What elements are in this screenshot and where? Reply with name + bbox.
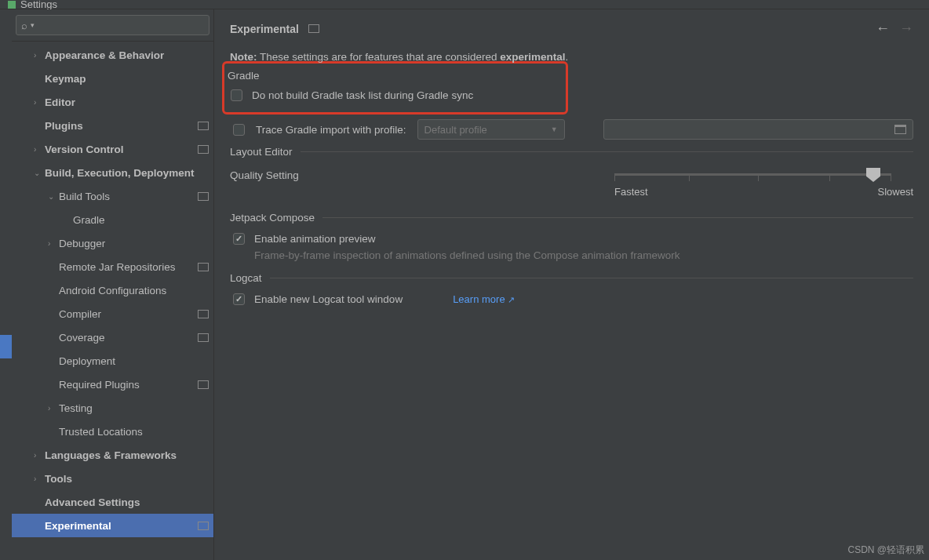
external-link-icon: ↗	[508, 295, 515, 304]
breadcrumb: Experimental ← →	[230, 20, 913, 37]
chevron-down-icon[interactable]: ⌄	[34, 169, 45, 177]
jetpack-anim-checkbox[interactable]	[233, 233, 245, 245]
gradle-tasklist-label: Do not build Gradle task list during Gra…	[252, 89, 473, 101]
search-dropdown-icon[interactable]: ▾	[31, 21, 35, 29]
highlight-box: Gradle Do not build Gradle task list dur…	[222, 61, 568, 115]
quality-slider[interactable]	[614, 167, 913, 183]
sidebar-item-compiler[interactable]: Compiler	[12, 302, 213, 325]
sidebar-item-label: Android Configurations	[59, 285, 209, 296]
sidebar-item-label: Trusted Locations	[59, 426, 209, 438]
chevron-right-icon[interactable]: ›	[34, 98, 45, 107]
section-gradle: Gradle	[228, 70, 563, 82]
sidebar-item-label: Coverage	[59, 332, 195, 344]
sidebar-item-deployment[interactable]: Deployment	[12, 349, 213, 373]
sidebar-item-gradle[interactable]: Gradle	[12, 208, 213, 231]
sidebar-item-build-execution-deployment[interactable]: ⌄Build, Execution, Deployment	[12, 161, 213, 184]
project-scope-icon	[198, 522, 209, 530]
titlebar: Settings	[0, 0, 929, 9]
search-icon: ⌕	[21, 20, 27, 31]
project-scope-icon	[198, 333, 209, 342]
page-title: Experimental	[230, 23, 299, 35]
quality-label: Quality Setting	[230, 169, 599, 181]
settings-tree: ›Appearance & BehaviorKeymap›EditorPlugi…	[12, 42, 213, 560]
folder-icon[interactable]	[894, 125, 906, 134]
sidebar-item-label: Debugger	[59, 238, 209, 249]
sidebar-item-label: Required Plugins	[59, 379, 195, 391]
sidebar-item-label: Testing	[59, 402, 209, 414]
sidebar-item-editor[interactable]: ›Editor	[12, 90, 213, 114]
gutter-tab[interactable]	[0, 335, 12, 358]
jetpack-anim-label: Enable animation preview	[254, 233, 376, 245]
sidebar-item-label: Advanced Settings	[45, 496, 209, 508]
project-scope-icon	[198, 380, 209, 389]
sidebar-item-appearance-behavior[interactable]: ›Appearance & Behavior	[12, 43, 213, 67]
sidebar-item-label: Gradle	[73, 214, 209, 226]
profile-combo[interactable]: Default profile ▼	[417, 119, 565, 140]
chevron-right-icon[interactable]: ›	[34, 451, 45, 460]
sidebar-item-version-control[interactable]: ›Version Control	[12, 137, 213, 161]
jetpack-anim-hint: Frame-by-frame inspection of animations …	[254, 249, 680, 261]
sidebar-item-languages-frameworks[interactable]: ›Languages & Frameworks	[12, 443, 213, 467]
app-icon	[8, 1, 16, 9]
section-logcat: Logcat	[230, 272, 913, 284]
note-text: Note: These settings are for features th…	[230, 51, 913, 63]
sidebar-item-required-plugins[interactable]: Required Plugins	[12, 373, 213, 396]
sidebar-item-debugger[interactable]: ›Debugger	[12, 231, 213, 255]
left-gutter	[0, 9, 12, 560]
sidebar-item-build-tools[interactable]: ⌄Build Tools	[12, 184, 213, 208]
gradle-trace-row: Trace Gradle import with profile: Defaul…	[230, 119, 913, 140]
project-scope-icon	[198, 122, 209, 130]
sidebar-item-label: Build, Execution, Deployment	[45, 167, 209, 179]
search-input[interactable]: ⌕ ▾	[16, 15, 209, 35]
chevron-right-icon[interactable]: ›	[48, 239, 59, 248]
sidebar-item-keymap[interactable]: Keymap	[12, 67, 213, 90]
sidebar-item-label: Editor	[45, 96, 209, 108]
sidebar-item-label: Tools	[45, 473, 209, 485]
gradle-tasklist-checkbox-row: Do not build Gradle task list during Gra…	[228, 89, 563, 101]
slider-knob[interactable]	[866, 168, 880, 182]
section-jetpack: Jetpack Compose	[230, 212, 913, 224]
jetpack-anim-row: Enable animation preview	[230, 233, 913, 245]
section-layout-editor: Layout Editor	[230, 146, 913, 158]
chevron-right-icon[interactable]: ›	[34, 51, 45, 60]
sidebar-item-label: Build Tools	[59, 191, 195, 202]
project-scope-icon	[198, 310, 209, 318]
logcat-checkbox[interactable]	[233, 293, 245, 305]
sidebar-item-remote-jar-repositories[interactable]: Remote Jar Repositories	[12, 255, 213, 278]
sidebar-item-coverage[interactable]: Coverage	[12, 325, 213, 349]
watermark: CSDN @轻语积累	[847, 544, 924, 557]
logcat-row: Enable new Logcat tool window Learn more…	[230, 293, 913, 305]
quality-slider-row: Quality Setting	[230, 167, 913, 183]
sidebar-item-label: Plugins	[45, 120, 195, 132]
sidebar-item-label: Deployment	[59, 355, 209, 367]
profile-path-input[interactable]	[603, 119, 913, 140]
sidebar-item-label: Compiler	[59, 308, 195, 320]
sidebar-item-plugins[interactable]: Plugins	[12, 114, 213, 137]
learn-more-link[interactable]: Learn more ↗	[453, 293, 515, 305]
sidebar-item-label: Experimental	[45, 520, 195, 532]
sidebar-item-testing[interactable]: ›Testing	[12, 396, 213, 420]
chevron-right-icon[interactable]: ›	[48, 404, 59, 413]
nav-forward-icon: →	[899, 20, 913, 37]
slider-labels: Fastest Slowest	[230, 186, 913, 198]
combo-dropdown-icon: ▼	[551, 125, 558, 133]
chevron-right-icon[interactable]: ›	[34, 145, 45, 154]
project-scope-icon	[198, 192, 209, 201]
content-panel: Experimental ← → Note: These settings ar…	[214, 9, 929, 560]
sidebar-item-trusted-locations[interactable]: Trusted Locations	[12, 420, 213, 443]
gradle-tasklist-checkbox[interactable]	[231, 89, 242, 101]
sidebar-item-experimental[interactable]: Experimental	[12, 514, 213, 537]
logcat-label: Enable new Logcat tool window	[254, 293, 403, 305]
gradle-trace-checkbox[interactable]	[233, 124, 245, 136]
project-scope-icon	[198, 263, 209, 271]
slider-min-label: Fastest	[614, 186, 648, 198]
slider-max-label: Slowest	[877, 186, 913, 198]
sidebar-item-tools[interactable]: ›Tools	[12, 467, 213, 490]
chevron-right-icon[interactable]: ›	[34, 475, 45, 483]
sidebar-item-android-configurations[interactable]: Android Configurations	[12, 278, 213, 302]
sidebar-item-label: Languages & Frameworks	[45, 449, 209, 461]
sidebar-item-advanced-settings[interactable]: Advanced Settings	[12, 490, 213, 514]
nav-back-icon[interactable]: ←	[876, 20, 890, 37]
chevron-down-icon[interactable]: ⌄	[48, 192, 59, 201]
sidebar-item-label: Remote Jar Repositories	[59, 261, 195, 273]
